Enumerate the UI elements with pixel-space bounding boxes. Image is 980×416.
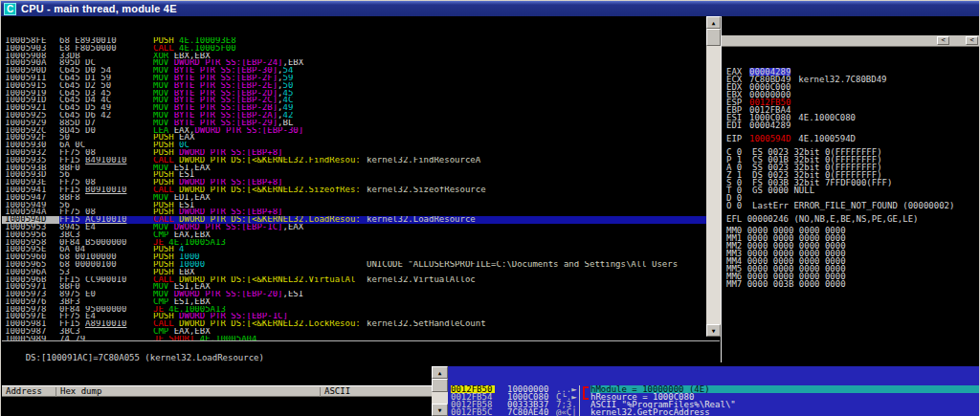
disasm-row[interactable]: 10005941FF15 B0910010CALL DWORD PTR DS:[… bbox=[2, 186, 706, 194]
disasm-row[interactable]: 100059873BC3CMP EAX,EBX bbox=[2, 328, 706, 336]
disasm-row[interactable]: 10005915C645 D2 50MOV BYTE PTR SS:[EBP-2… bbox=[2, 82, 706, 90]
args-bracket bbox=[579, 393, 590, 401]
scroll-thumb[interactable] bbox=[432, 379, 448, 392]
instruction-bytes: FF15 AC910010 bbox=[59, 216, 153, 224]
disasm-row[interactable]: 1000596BFF15 CC900010CALL DWORD PTR DS:[… bbox=[2, 276, 706, 284]
disasm-row[interactable]: 100059763BF3CMP ESI,EBX bbox=[2, 298, 706, 306]
instruction-comment bbox=[367, 37, 706, 45]
disasm-row[interactable]: 1000597EFF75 E4PUSH DWORD PTR SS:[EBP-1C… bbox=[2, 313, 706, 320]
instruction-address: 1000592C bbox=[2, 127, 59, 135]
instruction-comment bbox=[367, 298, 706, 306]
instruction-comment bbox=[367, 142, 706, 149]
instruction-disasm: MOV BYTE PTR SS:[EBP-29],BL bbox=[153, 120, 367, 127]
register-row[interactable]: EIP1000594D4E.1000594D bbox=[722, 135, 980, 142]
instruction-address: 1000593D bbox=[2, 171, 59, 179]
disasm-row[interactable]: 10005981FF15 A8910010CALL DWORD PTR DS:[… bbox=[2, 320, 706, 328]
disasm-row[interactable]: 10005911C645 D1 59MOV BYTE PTR SS:[EBP-2… bbox=[2, 75, 706, 82]
disasm-row[interactable]: 10005929885D D7MOV BYTE PTR SS:[EBP-29],… bbox=[2, 120, 706, 127]
disasm-row[interactable]: 10005932FF75 08PUSH DWORD PTR SS:[EBP+8] bbox=[2, 149, 706, 157]
disasm-row[interactable]: 1000596A53PUSH EBX bbox=[2, 269, 706, 276]
disasm-row[interactable]: 100059538945 E4MOV DWORD PTR SS:[EBP-1C]… bbox=[2, 224, 706, 231]
registers-pane: Registers (MMX) < < EAX00004289ECX7C80BD… bbox=[721, 16, 980, 362]
instruction-bytes: 6A 04 bbox=[59, 246, 153, 253]
disasm-row[interactable]: 1000594956PUSH ESI bbox=[2, 202, 706, 209]
dump-scrollbar[interactable]: ▲ ▼ bbox=[432, 366, 448, 416]
window-title: CPU - main thread, module 4E bbox=[21, 3, 177, 14]
disasm-row[interactable]: 100059563BC3CMP EAX,EBX bbox=[2, 231, 706, 239]
disasm-row[interactable]: 100059738975 E0MOV DWORD PTR SS:[EBP-20]… bbox=[2, 291, 706, 298]
instruction-bytes: FF75 08 bbox=[59, 208, 153, 216]
instruction-address: 1000597E bbox=[2, 313, 59, 320]
instruction-disasm: CALL DWORD PTR DS:[<&KERNEL32.FindResou: bbox=[153, 157, 367, 164]
disasm-row[interactable]: 1000590A895D DCMOV DWORD PTR SS:[EBP-24]… bbox=[2, 59, 706, 67]
disasm-row[interactable]: 100059306A 0CPUSH 0C bbox=[2, 142, 706, 149]
instruction-disasm: LEA EAX,DWORD PTR SS:[EBP-30] bbox=[153, 127, 367, 135]
disasm-row[interactable]: 100059718BF0MOV ESI,EAX bbox=[2, 283, 706, 291]
mmx-row[interactable]: MM7 0000 003B 0000 0000 bbox=[726, 280, 980, 288]
disasm-row[interactable]: 1000592F50PUSH EAX bbox=[2, 134, 706, 142]
disasm-row[interactable]: 1000594DFF15 AC910010CALL DWORD PTR DS:[… bbox=[2, 216, 706, 224]
scroll-down-icon[interactable]: ▼ bbox=[432, 404, 448, 416]
instruction-address: 10005932 bbox=[2, 149, 59, 157]
instruction-bytes: C645 D1 59 bbox=[59, 75, 153, 82]
disasm-row[interactable]: 1000593B8BF0MOV ESI,EAX bbox=[2, 164, 706, 172]
disasm-row[interactable]: 1000594AFF75 08PUSH DWORD PTR SS:[EBP+8] bbox=[2, 208, 706, 216]
disasm-row[interactable]: 1000591DC645 D4 4CMOV BYTE PTR SS:[EBP-2… bbox=[2, 97, 706, 104]
disasm-row[interactable]: 100059580F84 B5000000JE 4E.10005A13 bbox=[2, 239, 706, 247]
disasm-row[interactable]: 10005925C645 D6 42MOV BYTE PTR SS:[EBP-2… bbox=[2, 112, 706, 120]
disasm-row[interactable]: 1000593D56PUSH ESI bbox=[2, 171, 706, 179]
disasm-row[interactable]: 1000596568 00000100PUSH 10000UNICODE "AL… bbox=[2, 261, 706, 269]
disasm-row[interactable]: 100059478BF8MOV EDI,EAX bbox=[2, 194, 706, 202]
flag-row[interactable]: O 0 LastErr ERROR_FILE_NOT_FOUND (000000… bbox=[726, 202, 980, 209]
instruction-bytes: C645 D2 50 bbox=[59, 82, 153, 90]
cpu-window-icon[interactable]: C bbox=[4, 3, 16, 15]
disasm-row[interactable]: 1000593EFF75 08PUSH DWORD PTR SS:[EBP+8] bbox=[2, 179, 706, 186]
instruction-disasm: MOV BYTE PTR SS:[EBP-30],54 bbox=[153, 67, 367, 75]
instruction-address: 10005919 bbox=[2, 90, 59, 98]
scroll-down-icon[interactable]: ▼ bbox=[706, 324, 721, 337]
instruction-address: 10005956 bbox=[2, 231, 59, 239]
instruction-bytes: 68 00000100 bbox=[59, 261, 153, 269]
instruction-bytes: C645 D0 54 bbox=[59, 67, 153, 75]
instruction-disasm: PUSH EAX bbox=[153, 134, 367, 142]
instruction-bytes: C645 D4 4C bbox=[59, 97, 153, 104]
disasm-row[interactable]: 1000595E6A 04PUSH 4 bbox=[2, 246, 706, 253]
dump-header: Address Hex dump ASCII bbox=[2, 385, 432, 397]
flag-row[interactable]: T 0 GS 0000 NULL bbox=[726, 186, 980, 194]
disasm-row[interactable]: 100059780F84 95000000JE 4E.10005A13 bbox=[2, 306, 706, 314]
instruction-bytes: C645 D6 42 bbox=[59, 112, 153, 120]
instruction-address: 1000594D bbox=[2, 216, 59, 224]
disassembly-rows: 100058FE68 E8930010PUSH 4E.100093E810005… bbox=[2, 37, 706, 340]
instruction-address: 10005930 bbox=[2, 142, 59, 149]
scroll-thumb[interactable] bbox=[706, 29, 721, 46]
scroll-up-icon[interactable]: ▲ bbox=[706, 16, 721, 29]
disasm-row[interactable]: 1000590DC645 D0 54MOV BYTE PTR SS:[EBP-3… bbox=[2, 67, 706, 75]
eflags-row[interactable]: EFL 00000246 (NO,NB,E,BE,NS,PE,GE,LE) bbox=[726, 215, 980, 223]
disasm-row[interactable]: 1000590833DBXOR EBX,EBX bbox=[2, 53, 706, 60]
instruction-comment bbox=[367, 134, 706, 142]
instruction-address: 10005925 bbox=[2, 112, 59, 120]
disasm-row[interactable]: 10005921C645 D5 49MOV BYTE PTR SS:[EBP-2… bbox=[2, 104, 706, 112]
disasm-row[interactable]: 1000596068 00100000PUSH 1000 bbox=[2, 253, 706, 261]
instruction-address: 1000595E bbox=[2, 246, 59, 253]
column-separator[interactable] bbox=[56, 387, 56, 397]
instruction-bytes: 68 E8930010 bbox=[59, 37, 153, 45]
disasm-row[interactable]: 10005919C645 D3 45MOV BYTE PTR SS:[EBP-2… bbox=[2, 90, 706, 98]
disasm-row[interactable]: 10005935FF15 B4910010CALL DWORD PTR DS:[… bbox=[2, 157, 706, 164]
info-pane: DS:[100091AC]=7C80A055 (kernel32.LoadRes… bbox=[2, 340, 720, 362]
disasm-row[interactable]: 10005903E8 F8050000CALL 4E.10005F00 bbox=[2, 45, 706, 53]
disasm-scrollbar[interactable]: ▲ ▼ bbox=[706, 16, 721, 337]
instruction-disasm: PUSH DWORD PTR SS:[EBP+8] bbox=[153, 149, 367, 157]
disasm-row[interactable]: 1000592C8D45 D0LEA EAX,DWORD PTR SS:[EBP… bbox=[2, 127, 706, 135]
instruction-bytes: 68 00100000 bbox=[59, 253, 153, 261]
instruction-address: 10005903 bbox=[2, 45, 59, 53]
registers-pullback-button[interactable]: < bbox=[937, 36, 949, 45]
disasm-row[interactable]: 100058FE68 E8930010PUSH 4E.100093E8 bbox=[2, 37, 706, 45]
registers-pullback-button-2[interactable]: < bbox=[966, 36, 978, 45]
instruction-comment bbox=[367, 104, 706, 112]
scroll-up-icon[interactable]: ▲ bbox=[432, 366, 448, 379]
window-titlebar[interactable]: C CPU - main thread, module 4E bbox=[1, 0, 979, 16]
register-row[interactable]: EDI00004289 bbox=[722, 121, 980, 129]
column-separator[interactable] bbox=[320, 387, 321, 397]
instruction-address: 10005921 bbox=[2, 104, 59, 112]
